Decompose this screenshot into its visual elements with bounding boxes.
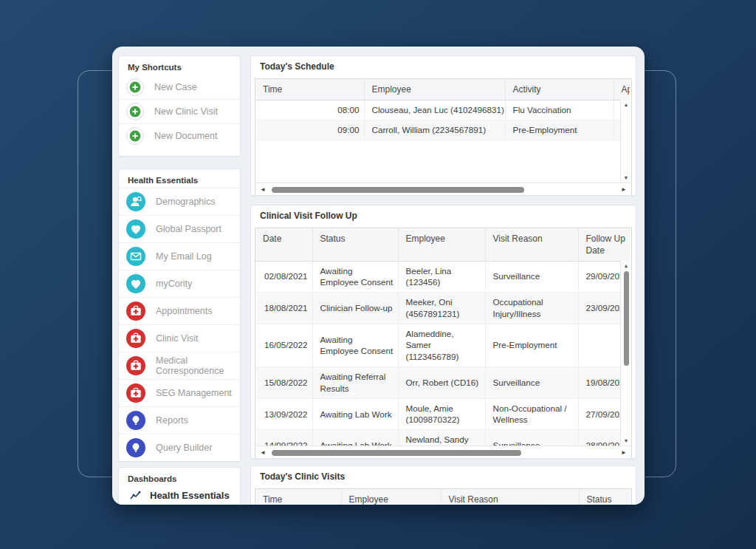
horizontal-scrollbar[interactable]: ◄ ► [255,183,631,196]
sidebar-item-seg-management[interactable]: SEG Management [119,379,240,406]
scrollbar-thumb[interactable] [272,450,521,456]
sidebar-item-label: Appointments [156,306,212,316]
clinical-visit-follow-up-panel: Clinical Visit Follow Up Date Status Emp… [250,205,636,459]
column-header-employee[interactable]: Employee [398,228,485,261]
sidebar-item-clinic-visit[interactable]: Clinic Visit [119,324,240,352]
column-header-ap[interactable]: Ap [614,79,630,100]
scroll-left-icon[interactable]: ◄ [260,187,266,193]
vertical-scrollbar[interactable]: ▲ ▼ [620,261,631,446]
table-cell: Occupational Injury/Illness [485,293,578,324]
sidebar-item-label: SEG Management [156,388,232,398]
sidebar-item-demographics[interactable]: Demographics [119,188,240,215]
sidebar-item-new-document[interactable]: New Document [119,123,240,148]
table-cell: Moule, Amie (1009870322) [398,398,485,430]
table-cell: Flu Vaccination [505,100,614,120]
dashboard-item-health-essentials[interactable]: Health Essentials [119,486,240,501]
sidebar-item-label: Query Builder [156,443,212,453]
lightbulb-icon [126,411,145,430]
scroll-down-icon[interactable]: ▼ [621,175,631,180]
scroll-right-icon[interactable]: ► [621,450,627,456]
sidebar-item-label: myCority [156,279,192,289]
table-cell: Awaiting Employee Consent [312,324,398,366]
dashboard-item-label: Health Essentials [150,490,230,501]
plus-circle-icon [126,103,144,120]
heart-icon [126,219,145,239]
scroll-right-icon[interactable]: ► [621,187,627,193]
column-header-employee[interactable]: Employee [341,489,441,505]
scrollbar-track[interactable] [270,187,616,193]
health-essentials-card: Health Essentials Demographics Global Pa… [118,168,241,462]
clinical-visit-follow-up-table: Date Status Employee Visit Reason Follow… [255,228,632,459]
scrollbar-thumb[interactable] [624,271,629,366]
sidebar-item-query-builder[interactable]: Query Builder [119,434,240,461]
column-header-time[interactable]: Time [255,79,364,100]
section-title-dashboards: Dashboards [119,468,240,486]
table-row[interactable]: 16/05/2022Awaiting Employee ConsentAlame… [255,324,630,366]
sidebar-item-appointments[interactable]: Appointments [119,297,240,324]
main-content: Today's Schedule Time Employee Activity … [250,47,636,505]
plus-circle-icon [126,78,144,96]
table-row[interactable]: 02/08/2021Awaiting Employee ConsentBeele… [255,261,630,293]
scroll-up-icon[interactable]: ▲ [621,102,631,107]
todays-clinic-visits-table: Time Employee Visit Reason Status [255,488,632,505]
sidebar-item-global-passport[interactable]: Global Passport [119,215,240,242]
table-row[interactable]: 09:00Carroll, William (2234567891)Pre-Em… [255,120,630,140]
table-row[interactable]: 13/09/2022Awaiting Lab WorkMoule, Amie (… [255,398,630,430]
my-shortcuts-card: My Shortcuts New Case New Clinic Visit N… [118,55,241,157]
column-header-visit-reason[interactable]: Visit Reason [485,228,578,261]
table-cell: 18/08/2021 [255,293,312,324]
table-cell: 09:00 [255,120,364,140]
plus-circle-icon [126,127,144,145]
sidebar-item-new-clinic-visit[interactable]: New Clinic Visit [119,99,240,123]
column-header-status[interactable]: Status [312,228,398,261]
table-cell: Clouseau, Jean Luc (4102496831) [364,100,505,120]
column-header-follow-up-date[interactable]: Follow Up Date [578,228,630,261]
table-cell: 16/05/2022 [255,324,312,366]
column-header-time[interactable]: Time [255,489,341,505]
medkit-icon [126,329,145,348]
chart-icon [129,489,141,501]
table-cell: Clinician Follow-up [312,293,398,324]
table-cell: Carroll, William (2234567891) [364,120,505,140]
scrollbar-thumb[interactable] [272,187,524,193]
sidebar-item-mycority[interactable]: myCority [119,270,240,297]
medkit-icon [126,356,145,375]
column-header-activity[interactable]: Activity [505,79,614,100]
scroll-up-icon[interactable]: ▲ [621,263,631,268]
sidebar-item-new-case[interactable]: New Case [119,75,240,99]
table-cell: 02/08/2021 [255,261,312,293]
scrollbar-track[interactable] [270,450,616,456]
table-row[interactable]: 15/08/2022Awaiting Referral ResultsOrr, … [255,367,630,399]
scroll-left-icon[interactable]: ◄ [260,450,266,456]
sidebar-item-medical-correspondence[interactable]: Medical Correspondence [119,352,240,379]
todays-schedule-table: Time Employee Activity Ap 08:00Clouseau,… [255,78,632,196]
table-cell: Beeler, Lina (123456) [398,261,485,293]
table-row[interactable]: 08:00Clouseau, Jean Luc (4102496831)Flu … [255,100,630,120]
table-cell: Pre-Employment [505,120,614,140]
column-header-status[interactable]: Status [579,489,632,505]
envelope-icon [126,247,145,266]
sidebar-item-label: Global Passport [156,224,221,234]
horizontal-scrollbar[interactable]: ◄ ► [255,446,631,459]
table-cell: Surveillance [485,261,578,293]
sidebar-item-reports[interactable]: Reports [119,406,240,434]
table-row[interactable]: 18/08/2021Clinician Follow-upMeeker, Oni… [255,293,630,324]
table-cell: Surveillance [485,367,578,399]
panel-title-todays-schedule: Today's Schedule [251,56,636,75]
todays-clinic-visits-panel: Today's Clinic Visits Time Employee Visi… [250,466,636,505]
sidebar-item-label: New Document [154,131,217,141]
vertical-scrollbar[interactable]: ▲ ▼ [620,100,631,183]
sidebar-item-label: Clinic Visit [156,333,198,344]
sidebar-item-my-email-log[interactable]: My Email Log [119,242,240,270]
todays-schedule-panel: Today's Schedule Time Employee Activity … [250,55,636,196]
scroll-down-icon[interactable]: ▼ [621,438,631,443]
person-icon [126,192,145,211]
column-header-visit-reason[interactable]: Visit Reason [441,489,579,505]
sidebar-item-label: Reports [156,415,188,426]
column-header-date[interactable]: Date [255,228,312,261]
section-title-my-shortcuts: My Shortcuts [119,56,240,75]
table-cell: 08:00 [255,100,364,120]
column-header-employee[interactable]: Employee [364,79,505,100]
table-cell: Pre-Employment [485,324,578,366]
panel-title-todays-clinic-visits: Today's Clinic Visits [251,466,636,485]
